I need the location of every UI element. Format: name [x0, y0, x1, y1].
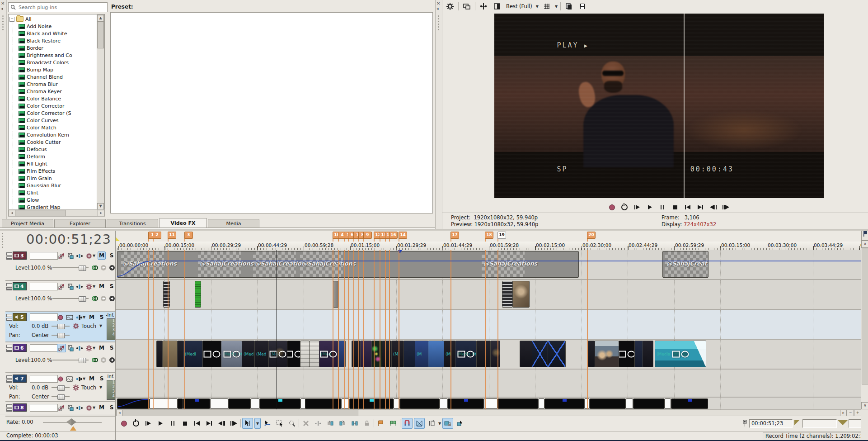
- video-event[interactable]: (M: [391, 341, 404, 367]
- video-event[interactable]: [202, 341, 221, 367]
- tree-item-plugin[interactable]: Broadcast Colors: [13, 59, 97, 66]
- edit-tool-caret[interactable]: ▼: [254, 418, 261, 429]
- stop-button[interactable]: [670, 202, 680, 213]
- tab-media-generators[interactable]: Media Generators: [208, 219, 259, 228]
- track-3-row[interactable]: @SahajCreations@SahajCreations@SahajCrea…: [116, 250, 861, 280]
- next-frame-button[interactable]: [228, 418, 239, 429]
- video-event[interactable]: [484, 398, 497, 409]
- track-motion-icon[interactable]: [66, 403, 75, 412]
- pan-crop-icon[interactable]: [287, 351, 293, 357]
- track-5-row[interactable]: [116, 310, 861, 340]
- video-event[interactable]: (Med: [242, 341, 255, 367]
- marker-flag-14[interactable]: 14: [399, 232, 407, 239]
- video-event[interactable]: [490, 341, 500, 367]
- level-slider[interactable]: [52, 298, 89, 299]
- track-envelope-icon[interactable]: [65, 375, 74, 383]
- tree-item-plugin[interactable]: Glint: [13, 189, 97, 196]
- preview-quality-value[interactable]: Best (Full): [505, 3, 533, 9]
- tree-item-plugin[interactable]: Deform: [13, 153, 97, 160]
- video-event[interactable]: (Media Offli: [455, 341, 477, 367]
- compositing-mode-icon[interactable]: [90, 356, 99, 364]
- video-event[interactable]: (Medi: [183, 341, 203, 367]
- video-event[interactable]: [210, 398, 228, 409]
- track-6-badge[interactable]: 6: [13, 344, 27, 352]
- solo-button[interactable]: S: [108, 403, 115, 412]
- preset-area[interactable]: [110, 12, 433, 213]
- scroll-down-icon[interactable]: ∨: [861, 402, 868, 409]
- project-video-properties-icon[interactable]: [445, 1, 455, 12]
- video-event[interactable]: [156, 341, 163, 367]
- enable-snapping-button[interactable]: [402, 418, 413, 429]
- track-3-badge[interactable]: 3: [13, 251, 27, 260]
- selection-tool-button[interactable]: [274, 418, 285, 429]
- insert-marker-button[interactable]: [375, 418, 386, 429]
- tree-item-plugin[interactable]: Convolution Kern: [13, 131, 97, 138]
- marker-flag-9[interactable]: 9: [363, 232, 372, 239]
- solo-button[interactable]: S: [108, 251, 115, 260]
- search-input[interactable]: [18, 4, 105, 11]
- track-name-input[interactable]: [30, 375, 58, 383]
- video-event[interactable]: [497, 398, 538, 409]
- tree-horizontal-scrollbar[interactable]: ◂ ▸: [8, 209, 105, 217]
- video-event[interactable]: [476, 341, 491, 367]
- track-minimize-buttons[interactable]: [6, 375, 12, 384]
- audio-fx-icon[interactable]: ▼: [74, 313, 87, 322]
- plugin-search-box[interactable]: [8, 2, 108, 12]
- event-fx-icon[interactable]: [232, 351, 240, 357]
- event-fx-icon[interactable]: [681, 351, 689, 357]
- mute-button[interactable]: M: [98, 282, 106, 290]
- track-7-badge[interactable]: 7: [13, 375, 27, 383]
- record-arm-icon[interactable]: [56, 375, 65, 383]
- pause-button[interactable]: [657, 202, 668, 213]
- automation-mode-value[interactable]: Touch: [81, 384, 96, 391]
- event-fx-icon[interactable]: [279, 351, 286, 357]
- stop-button[interactable]: [179, 418, 190, 429]
- video-event[interactable]: [251, 398, 260, 409]
- track-minimize-buttons[interactable]: [6, 283, 12, 291]
- pan-crop-icon[interactable]: [270, 351, 277, 357]
- scroll-left-icon[interactable]: ◂: [116, 410, 123, 416]
- automation-caret-icon[interactable]: ▼: [99, 385, 102, 389]
- track-envelope-icon[interactable]: [65, 313, 74, 322]
- automation-mode-value[interactable]: Touch: [81, 323, 96, 329]
- compositing-parent-icon[interactable]: [108, 294, 115, 303]
- compositing-parent-icon[interactable]: [108, 356, 115, 364]
- vol-slider[interactable]: [52, 326, 70, 327]
- solo-button[interactable]: S: [108, 282, 115, 290]
- tab-transitions[interactable]: Transitions: [107, 219, 158, 228]
- track-fx-icon[interactable]: [75, 251, 84, 260]
- track-fx-icon[interactable]: [75, 403, 84, 412]
- zoom-tool-button[interactable]: [286, 418, 297, 429]
- video-event[interactable]: [305, 398, 341, 409]
- track-name-input[interactable]: [30, 404, 58, 412]
- track-minimize-buttons[interactable]: [6, 404, 12, 413]
- video-event[interactable]: [595, 341, 619, 367]
- tree-item-plugin[interactable]: Glow: [13, 196, 97, 204]
- tree-item-plugin[interactable]: Color Corrector: [13, 102, 97, 109]
- tree-item-plugin[interactable]: Color Balance: [13, 95, 97, 102]
- selection-start-field[interactable]: [802, 419, 837, 428]
- scroll-right-icon[interactable]: ▸: [840, 410, 847, 416]
- marker-flag-16[interactable]: 16: [389, 232, 398, 239]
- timeline-grip-handle[interactable]: [2, 233, 3, 234]
- bypass-motion-blur-icon[interactable]: [57, 282, 66, 291]
- close-panel-icon[interactable]: ✕: [1, 1, 5, 6]
- collapse-preview-icon[interactable]: ◂: [436, 6, 439, 11]
- pan-crop-icon[interactable]: [204, 351, 211, 357]
- tab-video-fx[interactable]: Video FX: [159, 218, 207, 228]
- scroll-down-icon[interactable]: ▼: [97, 203, 104, 210]
- zoom-out-icon[interactable]: −: [847, 410, 854, 416]
- go-to-start-button[interactable]: [682, 202, 693, 213]
- playhead-cursor[interactable]: [277, 250, 277, 409]
- video-event[interactable]: [309, 341, 319, 367]
- track-motion-icon[interactable]: [66, 344, 75, 352]
- auto-ripple-button[interactable]: [426, 418, 437, 429]
- mute-button[interactable]: M: [98, 403, 106, 412]
- mute-button[interactable]: M: [88, 313, 96, 321]
- video-event[interactable]: (Me: [268, 341, 287, 367]
- track-name-input[interactable]: [30, 344, 58, 352]
- track-5-header[interactable]: 5 ▼ M S -Inf. 12243648 Vol: 0.0 dB Touch…: [5, 312, 115, 342]
- track-name-input[interactable]: [30, 252, 58, 260]
- marker-bar[interactable]: 1 2 11 3 10 4 5 6 7 8 9 12 13 15: [116, 231, 861, 242]
- automation-settings-icon[interactable]: [71, 383, 80, 392]
